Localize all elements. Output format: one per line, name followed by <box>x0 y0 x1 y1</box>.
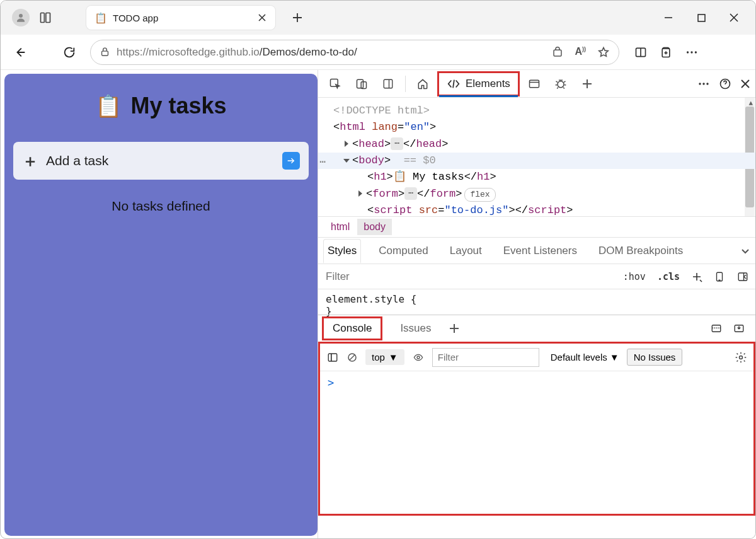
breadcrumb-html[interactable]: html <box>324 219 356 235</box>
devtools-help-icon[interactable] <box>719 78 731 90</box>
shopping-icon[interactable] <box>552 47 563 58</box>
svg-rect-3 <box>698 14 705 21</box>
console-filter-input[interactable] <box>432 348 539 367</box>
page-heading-text: My tasks <box>130 93 226 119</box>
refresh-button[interactable] <box>56 39 83 66</box>
svg-point-27 <box>417 356 420 359</box>
chevron-down-icon[interactable] <box>740 246 750 256</box>
tab-close-icon[interactable] <box>256 12 268 23</box>
application-icon[interactable] <box>522 72 546 95</box>
tab-elements-label: Elements <box>466 78 510 90</box>
url-text: https://microsoftedge.github.io/Demos/de… <box>117 46 357 59</box>
styles-filter-row: :hov .cls <box>318 264 755 289</box>
svg-rect-25 <box>328 354 337 361</box>
drawer-tab-issues[interactable]: Issues <box>391 318 440 339</box>
breadcrumb-body[interactable]: body <box>357 219 392 235</box>
styles-filter-input[interactable] <box>318 270 617 283</box>
console-panel: top▼ Default levels ▼ No Issues > <box>318 342 755 516</box>
svg-rect-23 <box>712 325 721 332</box>
browser-tab[interactable]: 📋 TODO app <box>86 6 275 30</box>
dom-breadcrumb[interactable]: html body <box>318 216 755 238</box>
svg-rect-1 <box>41 13 45 23</box>
device-emulation-icon[interactable] <box>350 72 374 95</box>
cls-toggle[interactable]: .cls <box>657 271 680 282</box>
svg-point-17 <box>699 83 701 84</box>
console-settings-gear-icon[interactable] <box>735 351 747 364</box>
sidebar-toggle-icon[interactable] <box>326 352 339 363</box>
subtab-computed[interactable]: Computed <box>375 240 432 262</box>
window-titlebar: 📋 TODO app <box>1 1 755 35</box>
back-button[interactable] <box>7 39 33 66</box>
window-minimize-button[interactable] <box>662 11 675 24</box>
plus-icon: ＋ <box>22 150 38 172</box>
subtab-layout[interactable]: Layout <box>446 240 486 262</box>
dom-tree[interactable]: ▲ <!DOCTYPE html> <html lang="en"> <head… <box>318 98 755 216</box>
submit-task-button[interactable] <box>282 152 300 170</box>
console-prompt[interactable]: > <box>320 371 753 394</box>
svg-rect-12 <box>357 79 364 88</box>
add-task-placeholder: Add a task <box>46 153 275 168</box>
devtools-more-icon[interactable] <box>697 78 710 90</box>
browser-toolbar: https://microsoftedge.github.io/Demos/de… <box>1 35 755 70</box>
devtools-close-icon[interactable] <box>740 79 750 89</box>
more-menu-icon[interactable] <box>685 45 699 59</box>
welcome-home-icon[interactable] <box>411 72 435 95</box>
add-task-input[interactable]: ＋ Add a task <box>13 142 309 180</box>
split-screen-icon[interactable] <box>634 46 647 59</box>
address-bar[interactable]: https://microsoftedge.github.io/Demos/de… <box>90 40 619 65</box>
svg-rect-11 <box>331 79 338 86</box>
tab-elements[interactable]: Elements <box>437 71 520 96</box>
bug-icon[interactable] <box>549 72 573 95</box>
svg-rect-22 <box>738 273 747 281</box>
log-levels-selector[interactable]: Default levels ▼ <box>551 352 619 362</box>
profile-avatar[interactable] <box>12 9 30 26</box>
clipboard-icon: 📋 <box>95 93 122 119</box>
devtools-panel: Elements ▲ <!DOCTYPE html> <html lang="e… <box>318 70 755 539</box>
device-mode-icon[interactable] <box>714 271 725 282</box>
hov-toggle[interactable]: :hov <box>623 271 646 282</box>
subtab-styles[interactable]: Styles <box>323 239 361 264</box>
devtools-drawer: Console Issues top▼ Default levels ▼ No … <box>318 315 755 516</box>
read-aloud-icon[interactable]: A)) <box>575 46 586 57</box>
context-selector[interactable]: top▼ <box>365 349 404 365</box>
styles-tabbar: Styles Computed Layout Event Listeners D… <box>318 238 755 264</box>
detach-drawer-icon[interactable] <box>710 323 723 334</box>
new-tab-button[interactable] <box>287 7 308 28</box>
drawer-add-tab-icon[interactable] <box>449 323 459 333</box>
svg-point-18 <box>702 83 704 84</box>
clear-console-icon[interactable] <box>346 352 358 363</box>
tab-title: TODO app <box>113 13 250 23</box>
svg-point-16 <box>558 81 564 87</box>
subtab-event-listeners[interactable]: Event Listeners <box>500 240 581 262</box>
svg-rect-2 <box>46 13 50 23</box>
empty-state-text: No tasks defined <box>13 199 309 214</box>
inspect-element-icon[interactable] <box>323 72 347 95</box>
drawer-tab-console[interactable]: Console <box>322 316 382 340</box>
svg-rect-4 <box>102 51 108 55</box>
devtools-tabbar: Elements <box>318 70 755 98</box>
element-style-block[interactable]: element.style { } <box>318 289 755 315</box>
favorite-star-icon[interactable] <box>597 46 610 59</box>
workspaces-icon[interactable] <box>35 7 56 28</box>
subtab-dom-breakpoints[interactable]: DOM Breakpoints <box>595 240 687 262</box>
window-close-button[interactable] <box>728 11 740 24</box>
live-expression-icon[interactable] <box>412 352 425 362</box>
panel-layout-icon[interactable] <box>376 72 400 95</box>
add-tab-icon[interactable] <box>575 72 599 95</box>
computed-panel-icon[interactable] <box>736 271 749 282</box>
dock-drawer-icon[interactable] <box>733 323 745 334</box>
svg-rect-5 <box>554 50 561 56</box>
no-issues-badge[interactable]: No Issues <box>627 349 683 366</box>
svg-point-19 <box>706 83 708 84</box>
svg-point-9 <box>690 51 692 53</box>
svg-point-10 <box>695 51 697 53</box>
svg-point-8 <box>687 51 689 53</box>
tab-favicon-clipboard-icon: 📋 <box>95 12 106 23</box>
svg-rect-15 <box>529 80 539 88</box>
svg-point-28 <box>740 356 743 359</box>
site-lock-icon[interactable] <box>100 47 110 57</box>
collections-icon[interactable] <box>660 46 672 59</box>
window-maximize-button[interactable] <box>695 11 707 24</box>
page-heading: 📋 My tasks <box>13 93 309 119</box>
new-rule-icon[interactable] <box>691 271 702 282</box>
